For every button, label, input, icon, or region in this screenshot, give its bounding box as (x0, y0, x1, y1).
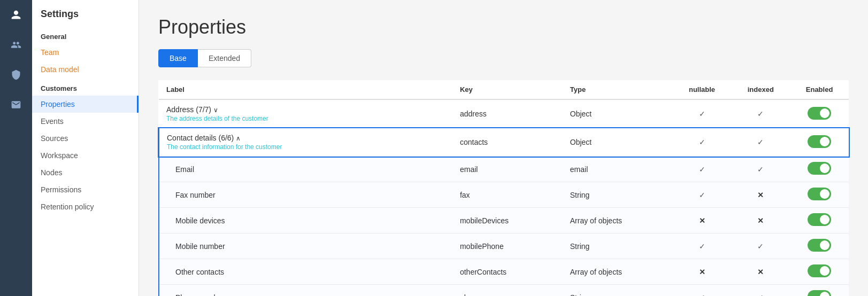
sidebar-item-properties[interactable]: Properties (32, 96, 139, 113)
group-toggle[interactable] (790, 128, 849, 157)
shield-icon[interactable] (6, 65, 26, 84)
table-row[interactable]: Other contacts otherContacts Array of ob… (159, 259, 849, 285)
group-toggle[interactable] (790, 99, 849, 128)
child-toggle[interactable] (790, 182, 849, 208)
col-header-key: Key (452, 80, 563, 99)
group-nullable: ✓ (673, 99, 732, 128)
child-indexed: ✕ (731, 259, 790, 285)
child-toggle[interactable] (790, 285, 849, 297)
child-toggle[interactable] (790, 233, 849, 259)
group-label: Contact details (6/6) ∧ (167, 134, 445, 142)
table-row[interactable]: Mobile devices mobileDevices Array of ob… (159, 208, 849, 233)
child-label: Fax number (159, 182, 452, 208)
child-label: Phone number (159, 285, 452, 297)
tab-extended[interactable]: Extended (198, 49, 251, 67)
sidebar-general-label: General (32, 26, 139, 44)
mail-icon[interactable] (6, 95, 26, 114)
child-key: otherContacts (452, 259, 563, 285)
group-description: The contact information for the customer (167, 143, 445, 151)
child-key: email (452, 157, 563, 182)
child-toggle[interactable] (790, 259, 849, 285)
sidebar-item-events[interactable]: Events (32, 113, 139, 130)
child-label: Email (159, 157, 452, 182)
table-row[interactable]: Phone number phone String ✓ ✓ (159, 285, 849, 297)
toggle-switch[interactable] (808, 107, 831, 120)
col-header-type: Type (563, 80, 673, 99)
child-label: Mobile number (159, 233, 452, 259)
group-nullable: ✓ (673, 128, 732, 157)
col-header-indexed: indexed (731, 80, 790, 99)
sidebar: Settings General Team Data model Custome… (32, 0, 139, 296)
group-key: contacts (452, 128, 563, 157)
table-row[interactable]: Contact details (6/6) ∧ The contact info… (159, 128, 849, 157)
table-header-row: Label Key Type nullable indexed Enabled (159, 80, 849, 99)
group-description: The address details of the customer (166, 115, 445, 122)
group-key: address (452, 99, 563, 128)
toggle-switch[interactable] (808, 213, 831, 226)
child-nullable: ✓ (673, 182, 732, 208)
child-key: fax (452, 182, 563, 208)
table-row[interactable]: Fax number fax String ✓ ✕ (159, 182, 849, 208)
icon-bar (0, 0, 32, 296)
child-indexed: ✕ (731, 208, 790, 233)
child-key: mobileDevices (452, 208, 563, 233)
sidebar-item-workspace[interactable]: Workspace (32, 147, 139, 164)
child-type: Array of objects (563, 208, 673, 233)
child-indexed: ✓ (731, 285, 790, 297)
sidebar-item-permissions[interactable]: Permissions (32, 181, 139, 198)
tabs: Base Extended (158, 49, 849, 67)
child-label: Other contacts (159, 259, 452, 285)
child-indexed: ✓ (731, 233, 790, 259)
col-header-label: Label (159, 80, 452, 99)
sidebar-item-retention[interactable]: Retention policy (32, 198, 139, 215)
child-nullable: ✓ (673, 157, 732, 182)
table-row[interactable]: Address (7/7) ∨ The address details of t… (159, 99, 849, 128)
child-type: String (563, 182, 673, 208)
table-row[interactable]: Email email email ✓ ✓ (159, 157, 849, 182)
page-title: Properties (158, 16, 849, 38)
child-nullable: ✕ (673, 208, 732, 233)
sidebar-item-team[interactable]: Team (32, 44, 139, 61)
child-toggle[interactable] (790, 157, 849, 182)
child-type: email (563, 157, 673, 182)
table-row[interactable]: Mobile number mobilePhone String ✓ ✓ (159, 233, 849, 259)
child-nullable: ✓ (673, 233, 732, 259)
col-header-enabled: Enabled (790, 80, 849, 99)
person-icon[interactable] (6, 5, 26, 25)
sidebar-title: Settings (32, 9, 139, 26)
team-icon[interactable] (6, 35, 26, 54)
col-header-nullable: nullable (673, 80, 732, 99)
toggle-switch[interactable] (808, 264, 831, 277)
group-label: Address (7/7) ∨ (166, 105, 445, 114)
sidebar-item-nodes[interactable]: Nodes (32, 164, 139, 181)
group-type: Object (563, 128, 673, 157)
toggle-switch[interactable] (808, 239, 831, 252)
sidebar-item-datamodel[interactable]: Data model (32, 61, 139, 78)
toggle-switch[interactable] (808, 162, 831, 175)
toggle-switch[interactable] (808, 135, 831, 148)
toggle-switch[interactable] (808, 290, 831, 296)
child-indexed: ✓ (731, 157, 790, 182)
child-nullable: ✕ (673, 259, 732, 285)
group-indexed: ✓ (731, 128, 790, 157)
child-indexed: ✕ (731, 182, 790, 208)
child-key: phone (452, 285, 563, 297)
child-type: String (563, 233, 673, 259)
child-toggle[interactable] (790, 208, 849, 233)
sidebar-item-sources[interactable]: Sources (32, 130, 139, 147)
main-content: Properties Base Extended Label Key Type … (139, 0, 868, 296)
group-type: Object (563, 99, 673, 128)
tab-base[interactable]: Base (158, 49, 198, 67)
toggle-switch[interactable] (808, 188, 831, 200)
sidebar-customers-label: Customers (32, 78, 139, 96)
child-type: String (563, 285, 673, 297)
properties-table: Label Key Type nullable indexed Enabled … (158, 80, 849, 296)
group-indexed: ✓ (731, 99, 790, 128)
child-nullable: ✓ (673, 285, 732, 297)
child-label: Mobile devices (159, 208, 452, 233)
child-key: mobilePhone (452, 233, 563, 259)
child-type: Array of objects (563, 259, 673, 285)
